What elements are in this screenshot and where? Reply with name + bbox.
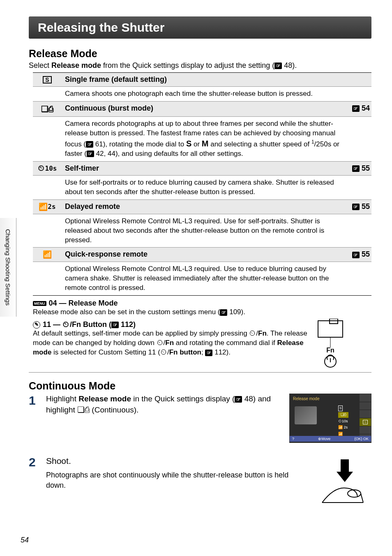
- mode-desc: Use for self-portraits or to reduce blur…: [62, 176, 343, 199]
- mode-label: Self-timer: [62, 162, 343, 175]
- table-row: Use for self-portraits or to reduce blur…: [33, 176, 371, 200]
- page-ref-icon: ☞: [235, 396, 242, 403]
- section-divider: [29, 372, 371, 373]
- pencil-badge-icon: ✎: [33, 321, 40, 329]
- step2-title: Shoot.: [46, 455, 307, 467]
- menu-badge-icon: MENU: [33, 301, 46, 306]
- step-1: 1 Highlight Release mode in the Quick se…: [29, 394, 371, 443]
- note-11-block: ✎ 11 — ⏲/Fn Button (☞ 112) At default se…: [33, 320, 371, 357]
- continuous-icon: ❏⎙: [77, 405, 90, 414]
- svg-line-8: [361, 493, 363, 503]
- continuous-icon: ❏⎙: [41, 104, 53, 114]
- fn-button-diagram: Fn: [310, 319, 351, 368]
- mode-desc: Camera shoots one photograph each time t…: [62, 87, 343, 101]
- quick-settings-screenshot: Release mode S ❏⎙ ⏲10s 📶 2s 📶 S ? ⊕Move …: [289, 394, 371, 443]
- table-row: 📶 Quick-response remote ☞ 55: [33, 248, 371, 262]
- shutter-press-diagram: [314, 455, 371, 509]
- page-ref-icon: ☞: [352, 204, 360, 210]
- qs-side-panel: S: [360, 394, 371, 442]
- fn-label: Fn: [326, 347, 334, 354]
- single-frame-icon: S: [43, 76, 52, 83]
- table-row: ⏲10s Self-timer ☞ 55: [33, 162, 371, 176]
- page-ref-icon: ☞: [220, 309, 227, 316]
- side-tab-label: Changing Shooting Settings: [0, 218, 16, 317]
- mode-label: Continuous (burst mode): [62, 102, 343, 116]
- continuous-mode-heading: Continuous Mode: [29, 380, 371, 392]
- step2-desc: Photographs are shot continuously while …: [46, 470, 307, 490]
- table-row: ❏⎙ Continuous (burst mode) ☞ 54: [33, 102, 371, 117]
- qs-options-list: S ❏⎙ ⏲10s 📶 2s 📶: [338, 405, 348, 437]
- self-timer-icon: ⏲: [38, 164, 45, 173]
- step-number: 2: [29, 455, 39, 469]
- page-ref-icon: ☞: [86, 141, 93, 148]
- page-ref-icon: ☞: [111, 322, 119, 328]
- release-mode-intro: Select Release mode from the Quick setti…: [29, 61, 371, 70]
- self-timer-glyph-icon: ⏲: [249, 329, 256, 337]
- qs-thumbnail: [295, 406, 317, 424]
- table-row: 📶 2s Delayed remote ☞ 55: [33, 200, 371, 214]
- mode-desc: Optional Wireless Remote Control ML-L3 r…: [62, 262, 343, 295]
- self-timer-glyph-icon: ⏲: [62, 320, 70, 329]
- qs-title: Release mode: [293, 396, 319, 401]
- continuous-option-highlight: ❏⎙: [338, 412, 348, 418]
- page-ref-icon: ☞: [205, 350, 212, 356]
- table-row: Camera records photographs at up to abou…: [33, 117, 371, 162]
- page-number: 54: [21, 536, 29, 544]
- mode-desc: Optional Wireless Remote Control ML-L3 r…: [62, 214, 343, 248]
- svg-marker-5: [337, 459, 353, 482]
- step-number: 1: [29, 394, 39, 408]
- table-row: Camera shoots one photograph each time t…: [33, 87, 371, 102]
- page-ref-icon: ☞: [352, 165, 360, 172]
- page-header: Releasing the Shutter: [29, 16, 371, 39]
- page-ref-icon: ☞: [87, 151, 94, 157]
- quick-remote-icon: 📶: [43, 250, 52, 259]
- qs-footer: ? ⊕Move (OK) OK: [290, 436, 371, 442]
- mode-label: Quick-response remote: [62, 248, 343, 262]
- page-ref-icon: ☞: [352, 105, 360, 112]
- table-row: S Single frame (default setting): [33, 73, 371, 87]
- note-04-block: MENU 04 — Release Mode Release mode also…: [33, 299, 371, 317]
- release-mode-table: S Single frame (default setting) Camera …: [33, 72, 371, 296]
- mode-label: Single frame (default setting): [62, 73, 343, 86]
- table-row: Optional Wireless Remote Control ML-L3 r…: [33, 214, 371, 248]
- page-ref-icon: ☞: [352, 252, 360, 258]
- delayed-remote-icon: 📶: [39, 202, 48, 211]
- self-timer-glyph-icon: ⏲: [160, 348, 167, 356]
- release-mode-heading: Release Mode: [29, 48, 371, 60]
- step-2: 2 Shoot. Photographs are shot continuous…: [29, 455, 371, 509]
- mode-label: Delayed remote: [62, 200, 343, 214]
- mode-desc: Camera records photographs at up to abou…: [62, 117, 343, 161]
- table-row: Optional Wireless Remote Control ML-L3 r…: [33, 262, 371, 296]
- page-ref-icon: ☞: [274, 63, 282, 69]
- self-timer-glyph-icon: ⏲: [157, 339, 164, 347]
